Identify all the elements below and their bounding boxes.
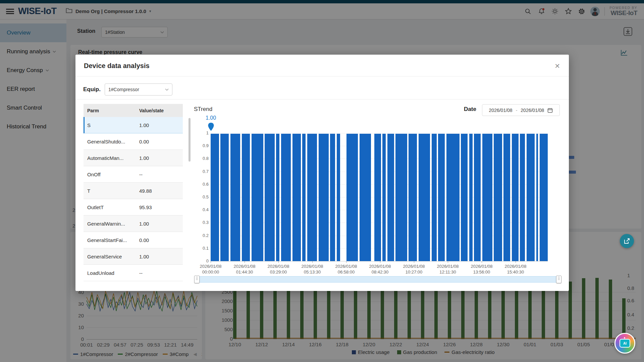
param-name: GeneralShutdo... — [84, 139, 136, 144]
param-name: S — [85, 122, 136, 128]
zoom-handle-left[interactable] — [194, 276, 200, 283]
trend-title: STrend — [194, 106, 212, 113]
table-scrollbar[interactable] — [189, 118, 191, 162]
trend-gridline — [211, 261, 548, 261]
trend-bar — [466, 134, 468, 261]
trend-x-tickmark — [211, 261, 211, 263]
trend-x-tickmark — [516, 261, 516, 263]
dialog-title: Device data analysis — [84, 62, 150, 70]
trend-marker-value: 1.00 — [206, 115, 216, 121]
equip-label: Equip. — [83, 86, 101, 93]
param-value: 0.00 — [136, 237, 149, 243]
ai-assistant-button[interactable]: AI — [614, 333, 635, 354]
trend-bar — [536, 134, 538, 261]
date-start: 2026/01/08 — [489, 108, 513, 113]
trend-bar — [273, 134, 274, 261]
param-value: -- — [136, 270, 143, 276]
parameter-row-t[interactable]: T49.88 — [84, 183, 183, 199]
param-value: 1.00 — [136, 221, 149, 227]
parameter-row-outlett[interactable]: OutletT95.93 — [84, 199, 183, 216]
trend-y-tick: 0.4 — [197, 207, 209, 212]
param-name: LoadUnload — [84, 270, 136, 276]
trend-bar — [415, 134, 417, 261]
trend-bar — [289, 134, 291, 261]
trend-bar — [338, 134, 340, 261]
trend-y-tick: 0.8 — [197, 156, 209, 161]
parameter-row-s[interactable]: S1.00 — [84, 117, 183, 133]
trend-bar — [458, 134, 460, 261]
export-fab-button[interactable] — [620, 234, 634, 248]
data-zoom-slider[interactable] — [196, 276, 559, 283]
parameter-row-generalshutdo[interactable]: GeneralShutdo...0.00 — [84, 133, 183, 150]
trend-marker-pin-icon — [208, 123, 214, 131]
param-name: GeneralStartFai... — [84, 237, 136, 243]
parameter-row-generalservice[interactable]: GeneralService1.00 — [84, 248, 183, 265]
trend-bar — [356, 134, 358, 261]
trend-bar — [227, 134, 229, 261]
trend-bar — [304, 134, 306, 261]
equip-select-value: 1#Compressor — [108, 87, 139, 92]
param-value: 1.00 — [136, 254, 149, 259]
share-export-icon — [624, 238, 630, 244]
trend-bar — [533, 134, 535, 261]
trend-bar — [384, 134, 386, 261]
trend-bar — [217, 134, 219, 261]
trend-bar — [278, 134, 279, 261]
chevron-down-icon — [165, 88, 169, 91]
parameter-row-automaticman[interactable]: AutomaticMan...1.00 — [84, 150, 183, 166]
trend-x-tickmark — [346, 261, 346, 263]
equip-select[interactable]: 1#Compressor — [105, 83, 172, 96]
trend-bar — [490, 134, 492, 261]
parameter-row-onoff[interactable]: OnOff-- — [84, 166, 183, 183]
trend-bar — [517, 134, 518, 261]
trend-bar — [248, 134, 250, 261]
trend-bar — [508, 134, 510, 261]
param-value: 1.00 — [136, 155, 149, 161]
trend-x-tickmark — [448, 261, 448, 263]
parameter-table-header: Parm Value/state — [84, 104, 183, 117]
trend-x-tickmark — [380, 261, 380, 263]
calendar-icon — [547, 108, 553, 113]
trend-bar — [406, 134, 407, 261]
trend-bar — [392, 134, 394, 261]
param-value: 0.00 — [136, 139, 149, 144]
trend-bar — [327, 134, 328, 261]
param-name: OnOff — [84, 172, 136, 177]
trend-y-tick: 0.2 — [197, 233, 209, 238]
trend-bar — [379, 134, 381, 261]
param-name: OutletT — [84, 204, 136, 210]
column-header-value: Value/state — [136, 108, 164, 113]
trend-y-tick: 0 — [197, 258, 209, 263]
trend-bar — [546, 134, 548, 261]
trend-y-tick: 0.3 — [197, 220, 209, 225]
trend-bar — [261, 134, 263, 261]
parameter-row-loadunload[interactable]: LoadUnload-- — [84, 265, 183, 281]
trend-y-tick: 1 — [197, 130, 209, 135]
trend-y-tick: 0.1 — [197, 246, 209, 251]
date-end: 2026/01/08 — [521, 108, 544, 113]
trend-x-tickmark — [312, 261, 313, 263]
device-data-analysis-dialog: Device data analysis ✕ Equip. 1#Compress… — [75, 55, 569, 291]
zoom-handle-right[interactable] — [556, 276, 561, 283]
param-value: 49.88 — [136, 188, 152, 194]
column-header-parm: Parm — [84, 108, 136, 113]
param-value: 1.00 — [136, 122, 149, 128]
trend-bar — [299, 134, 301, 261]
ai-robot-icon: AI — [620, 339, 630, 348]
trend-bar — [369, 134, 371, 261]
param-value: 95.93 — [136, 204, 152, 210]
trend-x-tick: 2026/01/0815:40:30 — [494, 264, 537, 275]
trend-y-tick: 0.5 — [197, 194, 209, 199]
trend-bar — [471, 134, 473, 261]
trend-plot-area[interactable] — [211, 133, 548, 261]
parameter-row-generalwarnin[interactable]: GeneralWarnin...1.00 — [84, 216, 183, 232]
trend-y-tick: 0.6 — [197, 182, 209, 187]
trend-bar — [333, 134, 335, 261]
parameter-row-generalstartfai[interactable]: GeneralStartFai...0.00 — [84, 232, 183, 248]
trend-bar — [435, 134, 436, 261]
date-range-picker[interactable]: 2026/01/08 - 2026/01/08 — [482, 104, 560, 116]
trend-x-tickmark — [414, 261, 414, 263]
trend-bar — [238, 134, 240, 261]
trend-x-tickmark — [245, 261, 245, 263]
close-icon[interactable]: ✕ — [554, 62, 560, 70]
